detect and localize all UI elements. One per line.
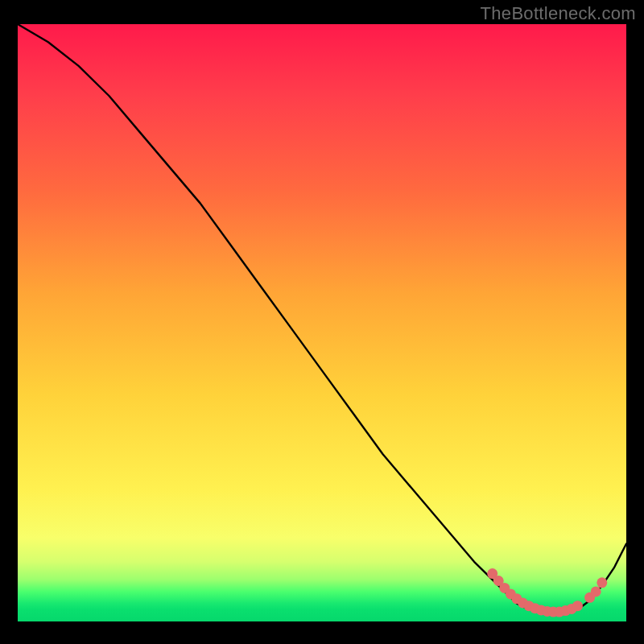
chart-stage: TheBottleneck.com bbox=[0, 0, 644, 644]
plot-area bbox=[18, 24, 626, 621]
watermark-text: TheBottleneck.com bbox=[481, 3, 636, 24]
curve-marker bbox=[572, 601, 583, 611]
curve-markers bbox=[487, 568, 607, 617]
curve-marker bbox=[597, 577, 607, 588]
curve-marker bbox=[591, 586, 601, 597]
bottleneck-curve bbox=[18, 24, 626, 614]
curve-layer bbox=[18, 24, 626, 621]
